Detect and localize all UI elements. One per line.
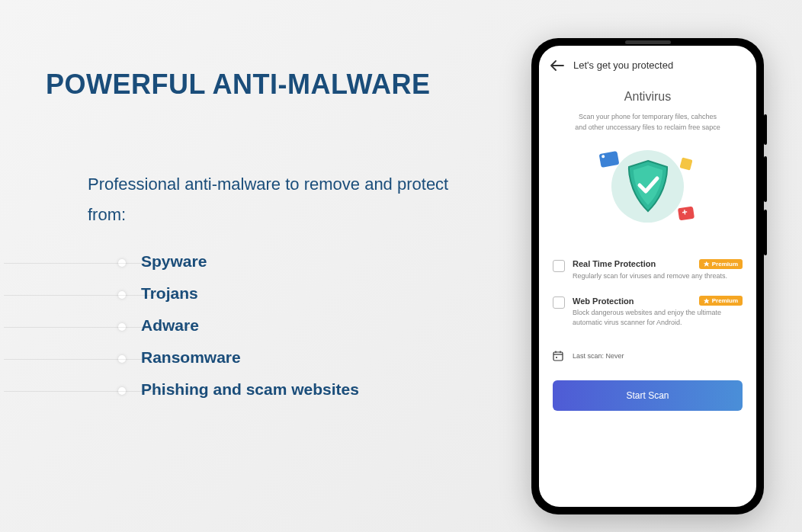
list-item: Trojans [118,284,473,303]
last-scan-row: Last scan: Never [539,351,756,361]
svg-rect-0 [553,352,563,361]
start-scan-button[interactable]: Start Scan [553,380,743,411]
list-item: Adware [118,316,473,335]
phone-screen: Let's get you protected Antivirus Scan y… [539,46,756,507]
list-item-label: Spyware [141,252,207,270]
list-item-label: Ransomware [141,348,241,366]
app-header: Let's get you protected [539,46,756,79]
shield-circle [611,150,684,223]
shield-illustration [539,145,756,229]
list-item-label: Trojans [141,284,198,302]
feature-item: Real Time Protection Premium Regularly s… [553,259,743,281]
feature-description: Regularly scan for viruses and remove an… [573,271,743,281]
marketing-left-panel: POWERFUL ANTI-MALWARE Professional anti-… [46,69,473,412]
phone-mockup: Let's get you protected Antivirus Scan y… [531,38,764,514]
feature-description: Block dangerous websites and enjoy the u… [573,308,743,327]
premium-badge: Premium [699,296,743,306]
subheading: Professional anti-malware to remove and … [46,169,473,229]
list-item: Phishing and scam websites [118,380,473,399]
threat-list: Spyware Trojans Adware Ransomware Phishi… [46,252,473,399]
list-item: Spyware [118,252,473,271]
section-title: Antivirus [539,90,756,104]
section-description: Scan your phone for temporary files, cah… [539,111,756,133]
phone-side-button [764,114,767,145]
calendar-icon [553,351,563,361]
svg-point-4 [556,357,557,358]
feature-title: Web Protection [573,296,634,306]
header-title: Let's get you protected [573,59,673,71]
feature-item: Web Protection Premium Block dangerous w… [553,296,743,327]
list-item-label: Phishing and scam websites [141,380,359,398]
phone-side-button [764,156,767,202]
badge-label: Premium [712,261,738,268]
phone-speaker [625,40,671,44]
feature-checkbox[interactable] [553,296,565,309]
list-item-label: Adware [141,316,199,334]
feature-title: Real Time Protection [573,259,656,268]
back-arrow-icon[interactable] [550,60,564,71]
features-list: Real Time Protection Premium Regularly s… [539,259,756,343]
premium-badge: Premium [699,259,743,269]
shield-check-icon [624,159,672,214]
phone-side-button [764,210,767,255]
badge-label: Premium [712,297,738,304]
file-icon [679,157,692,170]
photo-icon [599,151,620,168]
feature-checkbox[interactable] [553,260,565,272]
last-scan-text: Last scan: Never [573,352,624,360]
desc-line: Scan your phone for temporary files, cah… [579,113,717,120]
list-item: Ransomware [118,348,473,367]
main-heading: POWERFUL ANTI-MALWARE [46,69,473,101]
desc-line: and other unccessary files to reclaim fr… [575,123,720,131]
medical-icon [678,206,695,220]
